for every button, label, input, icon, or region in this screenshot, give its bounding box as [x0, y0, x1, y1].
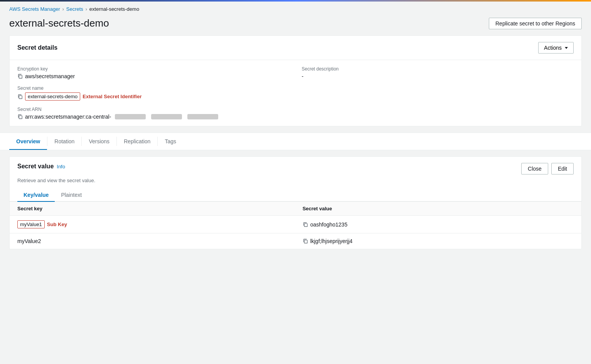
- secret-arn-blurred-1: [115, 114, 146, 119]
- svg-rect-4: [304, 240, 307, 243]
- sub-tab-key-value[interactable]: Key/value: [17, 188, 55, 202]
- tab-rotation[interactable]: Rotation: [47, 133, 81, 150]
- table-cell-key-2: myValue2: [10, 233, 295, 249]
- secret-value-table: Secret key Secret value myValue1 Sub Key: [10, 202, 581, 249]
- tab-overview-label: Overview: [16, 138, 40, 144]
- table-header-row: Secret key Secret value: [10, 202, 581, 216]
- value-2-text: lkjgf;lhjseprijyerjj4: [310, 238, 353, 244]
- value-1-text: oashfogho1235: [310, 221, 348, 228]
- copy-icon-value-2[interactable]: [303, 238, 308, 244]
- copy-icon-encryption[interactable]: [17, 74, 23, 79]
- actions-button[interactable]: Actions: [538, 42, 574, 54]
- key-1-container: myValue1 Sub Key: [17, 220, 287, 228]
- secret-value-actions: Close Edit: [521, 163, 574, 174]
- table-cell-value-1: oashfogho1235: [295, 216, 581, 233]
- detail-grid: Encryption key aws/secretsmanager Secret…: [17, 66, 574, 120]
- key-1-highlighted: myValue1: [17, 220, 45, 228]
- secret-description-text: -: [302, 73, 304, 79]
- chevron-down-icon: [565, 47, 568, 49]
- secret-arn-blurred-3: [187, 114, 218, 119]
- breadcrumb-sep-1: ›: [62, 7, 64, 12]
- secret-name-value: external-secrets-demo External Secret Id…: [17, 92, 290, 101]
- tab-replication-label: Replication: [124, 138, 150, 144]
- secret-name-tag: External Secret Identifier: [83, 94, 141, 99]
- tab-replication[interactable]: Replication: [117, 133, 157, 150]
- actions-label: Actions: [544, 45, 562, 51]
- encryption-key-item: Encryption key aws/secretsmanager: [17, 66, 290, 79]
- key-2-text: myValue2: [17, 238, 41, 244]
- table-header: Secret key Secret value: [10, 202, 581, 216]
- copy-icon-arn[interactable]: [17, 114, 23, 119]
- secret-arn-prefix: arn:aws:secretsmanager:ca-central-: [25, 114, 111, 120]
- secret-arn-item: Secret ARN arn:aws:secretsmanager:ca-cen…: [17, 107, 290, 120]
- left-column: Encryption key aws/secretsmanager Secret…: [17, 66, 290, 120]
- secret-details-title: Secret details: [17, 44, 57, 51]
- tab-tags-label: Tags: [165, 138, 176, 144]
- table-cell-value-2: lkjgf;lhjseprijyerjj4: [295, 233, 581, 249]
- secret-name-item: Secret name external-secrets-demo Extern…: [17, 86, 290, 101]
- col-value-header: Secret value: [295, 202, 581, 216]
- svg-rect-3: [304, 223, 307, 226]
- breadcrumb: AWS Secrets Manager › Secrets › external…: [0, 2, 591, 14]
- replicate-button[interactable]: Replicate secret to other Regions: [489, 18, 582, 29]
- value-1-container: oashfogho1235: [303, 221, 574, 228]
- secret-name-label: Secret name: [17, 86, 290, 91]
- copy-icon-secret-name[interactable]: [17, 94, 23, 99]
- table-body: myValue1 Sub Key oashfogho1235: [10, 216, 581, 249]
- sub-tabs-bar: Key/value Plaintext: [10, 188, 581, 202]
- sub-tab-plaintext-label: Plaintext: [61, 192, 82, 198]
- breadcrumb-current: external-secrets-demo: [89, 6, 139, 12]
- secret-value-title-group: Secret value Info: [17, 163, 65, 170]
- table-cell-key-1: myValue1 Sub Key: [10, 216, 295, 233]
- tabs-bar: Overview Rotation Versions Replication T…: [0, 133, 591, 150]
- secret-arn-value: arn:aws:secretsmanager:ca-central-: [17, 114, 290, 120]
- secret-value-title: Secret value Info: [17, 163, 65, 170]
- page-header: external-secrets-demo Replicate secret t…: [0, 14, 591, 35]
- encryption-key-value: aws/secretsmanager: [17, 73, 290, 79]
- col-key-header: Secret key: [10, 202, 295, 216]
- table-row: myValue1 Sub Key oashfogho1235: [10, 216, 581, 233]
- secret-name-text: external-secrets-demo: [25, 92, 80, 101]
- close-button[interactable]: Close: [521, 163, 548, 174]
- secret-description-label: Secret description: [302, 66, 574, 72]
- secret-description-item: Secret description -: [302, 66, 574, 79]
- tab-rotation-label: Rotation: [54, 138, 74, 144]
- encryption-key-text: aws/secretsmanager: [25, 73, 75, 79]
- secret-arn-blurred-2: [151, 114, 182, 119]
- value-2-container: lkjgf;lhjseprijyerjj4: [303, 238, 574, 244]
- sub-tab-key-value-label: Key/value: [24, 192, 49, 198]
- sub-tab-plaintext[interactable]: Plaintext: [55, 188, 88, 202]
- svg-rect-0: [19, 75, 22, 78]
- secret-value-card: Secret value Info Close Edit Retrieve an…: [9, 156, 582, 249]
- secret-arn-label: Secret ARN: [17, 107, 290, 112]
- breadcrumb-service-link[interactable]: AWS Secrets Manager: [9, 6, 60, 12]
- secret-value-header: Secret value Info Close Edit: [10, 157, 581, 178]
- breadcrumb-parent-link[interactable]: Secrets: [66, 6, 83, 12]
- tab-versions[interactable]: Versions: [82, 133, 116, 150]
- secret-description-value: -: [302, 73, 574, 79]
- secret-details-header: Secret details Actions: [10, 36, 581, 60]
- encryption-key-label: Encryption key: [17, 66, 290, 72]
- svg-rect-2: [19, 116, 22, 119]
- tab-tags[interactable]: Tags: [158, 133, 183, 150]
- secret-value-subtitle: Retrieve and view the secret value.: [10, 178, 581, 188]
- key-1-tag: Sub Key: [47, 221, 67, 227]
- tab-versions-label: Versions: [89, 138, 109, 144]
- table-row: myValue2 lkjgf;lhjseprijyerjj4: [10, 233, 581, 249]
- secret-details-body: Encryption key aws/secretsmanager Secret…: [10, 60, 581, 126]
- right-column: Secret description -: [302, 66, 574, 120]
- secret-value-info-link[interactable]: Info: [57, 164, 65, 169]
- page-title: external-secrets-demo: [9, 17, 109, 29]
- edit-button[interactable]: Edit: [551, 163, 574, 174]
- copy-icon-value-1[interactable]: [303, 222, 308, 227]
- secret-value-title-text: Secret value: [17, 163, 54, 170]
- svg-rect-1: [19, 96, 22, 99]
- breadcrumb-sep-2: ›: [86, 7, 87, 12]
- tab-overview[interactable]: Overview: [9, 133, 47, 150]
- secret-details-card: Secret details Actions Encryption key aw…: [9, 35, 582, 126]
